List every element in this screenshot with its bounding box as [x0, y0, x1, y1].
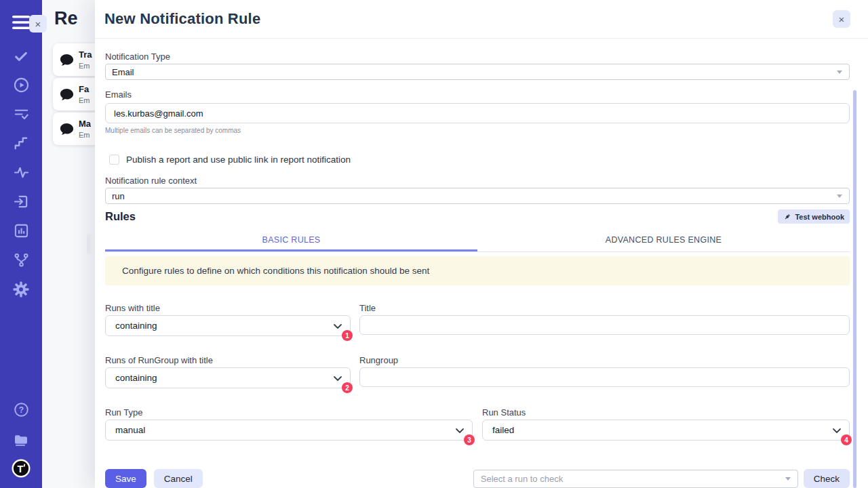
card-title: Ma [79, 119, 91, 129]
rungroup-input[interactable] [359, 367, 850, 387]
run-check-placeholder: Select a run to check [481, 474, 563, 484]
webhook-plug-icon [783, 213, 791, 221]
card-subtitle: Em [79, 62, 92, 70]
play-circle-icon [14, 77, 29, 93]
drawer-resize-handle[interactable] [87, 234, 92, 254]
app: ? T Re [0, 0, 868, 488]
run-check-select[interactable]: Select a run to check [473, 470, 798, 488]
title-input[interactable] [359, 315, 850, 335]
publish-report-checkbox-label: Publish a report and use public link in … [126, 155, 351, 165]
runs-with-title-select[interactable]: containing 1 [105, 315, 351, 336]
panel-title: Re [54, 8, 78, 29]
folder-icon [13, 431, 29, 447]
dropdown-arrow-icon [785, 477, 791, 481]
dropdown-arrow-icon [837, 195, 842, 198]
publish-report-checkbox-row[interactable]: Publish a report and use public link in … [109, 155, 850, 165]
sidebar-item-versions[interactable] [0, 245, 42, 274]
rules-form: Runs with title containing 1 Title [105, 303, 850, 441]
drawer-body: Notification Type Email Emails Multiple … [95, 52, 868, 488]
step-badge: 4 [841, 434, 852, 445]
rule-row-run-type-status: Run Type manual 3 Run Status failed [105, 407, 850, 441]
runs-with-title-label: Runs with title [105, 303, 351, 313]
rules-heading: Rules [105, 210, 136, 223]
svg-text:T: T [18, 463, 24, 474]
sidebar-item-queue[interactable] [0, 100, 42, 129]
rungroup-label: Rungroup [359, 355, 850, 365]
card-subtitle: Em [79, 131, 91, 139]
sidebar-item-tasks[interactable] [0, 41, 42, 70]
run-status-value: failed [492, 425, 514, 435]
rules-tabs: BASIC RULES ADVANCED RULES ENGINE [105, 230, 850, 252]
gear-icon [13, 281, 29, 298]
runs-with-title-value: containing [115, 321, 157, 331]
help-icon: ? [14, 402, 29, 418]
logo-t-icon: T [11, 458, 31, 479]
svg-text:?: ? [18, 405, 23, 415]
chat-bubble-icon [59, 52, 75, 68]
activity-icon [14, 165, 29, 180]
panel-close-button[interactable]: × [29, 15, 47, 33]
runs-of-rungroup-label: Runs of RunGroup with title [105, 355, 351, 365]
step-badge: 1 [342, 330, 353, 341]
notification-type-select[interactable]: Email [105, 64, 850, 80]
chat-bubble-icon [59, 121, 75, 137]
run-type-select[interactable]: manual 3 [105, 420, 473, 441]
help-button[interactable]: ? [0, 395, 42, 424]
notification-type-label: Notification Type [105, 52, 850, 62]
run-type-label: Run Type [105, 407, 473, 418]
close-icon: × [839, 14, 845, 25]
publish-report-checkbox[interactable] [109, 155, 119, 165]
sidebar-item-settings[interactable] [0, 274, 42, 304]
run-status-select[interactable]: failed 4 [482, 420, 850, 441]
context-select[interactable]: run [105, 188, 850, 204]
chevron-down-icon [334, 324, 342, 329]
drawer-footer: Save Cancel Select a run to check Check [105, 469, 850, 488]
runs-of-rungroup-select[interactable]: containing 2 [105, 367, 351, 388]
drawer-header: New Notification Rule × [95, 0, 868, 39]
page-title: New Notification Rule [104, 10, 260, 28]
context-value: run [112, 191, 125, 201]
rules-banner: Configure rules to define on which condi… [105, 256, 850, 285]
check-icon [14, 49, 28, 64]
check-button[interactable]: Check [804, 469, 850, 488]
step-badge: 3 [464, 434, 475, 445]
tab-basic-rules[interactable]: BASIC RULES [105, 230, 477, 251]
steps-icon [14, 136, 28, 151]
dropdown-arrow-icon [837, 70, 842, 74]
chevron-down-icon [334, 376, 342, 382]
sign-in-icon [14, 194, 29, 209]
bar-chart-icon [14, 223, 29, 239]
sidebar: ? T [0, 0, 42, 488]
app-logo[interactable]: T [0, 453, 42, 483]
emails-label: Emails [105, 89, 850, 100]
emails-helper: Multiple emails can be separated by comm… [105, 127, 850, 134]
modal-close-button[interactable]: × [833, 10, 850, 28]
run-status-label: Run Status [482, 407, 850, 418]
title-label: Title [359, 303, 850, 313]
context-label: Notification rule context [105, 176, 850, 186]
list-check-icon [14, 106, 29, 122]
chevron-down-icon [456, 428, 464, 434]
branch-icon [14, 252, 29, 268]
close-icon: × [35, 18, 41, 30]
card-title: Tra [79, 49, 92, 60]
scrollbar-thumb[interactable] [853, 90, 856, 488]
notification-type-value: Email [112, 67, 134, 77]
menu-icon [12, 16, 30, 29]
step-badge: 2 [342, 382, 353, 393]
card-title: Fa [79, 84, 90, 94]
sidebar-item-runs[interactable] [0, 70, 42, 100]
save-button[interactable]: Save [105, 469, 146, 488]
cancel-button[interactable]: Cancel [154, 469, 203, 488]
sidebar-item-steps[interactable] [0, 129, 42, 158]
sidebar-item-connections[interactable] [0, 187, 42, 216]
new-notification-rule-drawer: New Notification Rule × Notification Typ… [95, 0, 868, 488]
projects-button[interactable] [0, 424, 42, 453]
tab-advanced-rules-engine[interactable]: ADVANCED RULES ENGINE [477, 230, 850, 251]
emails-input[interactable] [105, 103, 850, 123]
sidebar-item-dashboards[interactable] [0, 216, 42, 245]
sidebar-item-monitoring[interactable] [0, 158, 42, 187]
card-subtitle: Em [79, 96, 90, 104]
rule-row-runs-with-title: Runs with title containing 1 Title [105, 303, 850, 336]
test-webhook-button[interactable]: Test webhook [778, 209, 850, 224]
